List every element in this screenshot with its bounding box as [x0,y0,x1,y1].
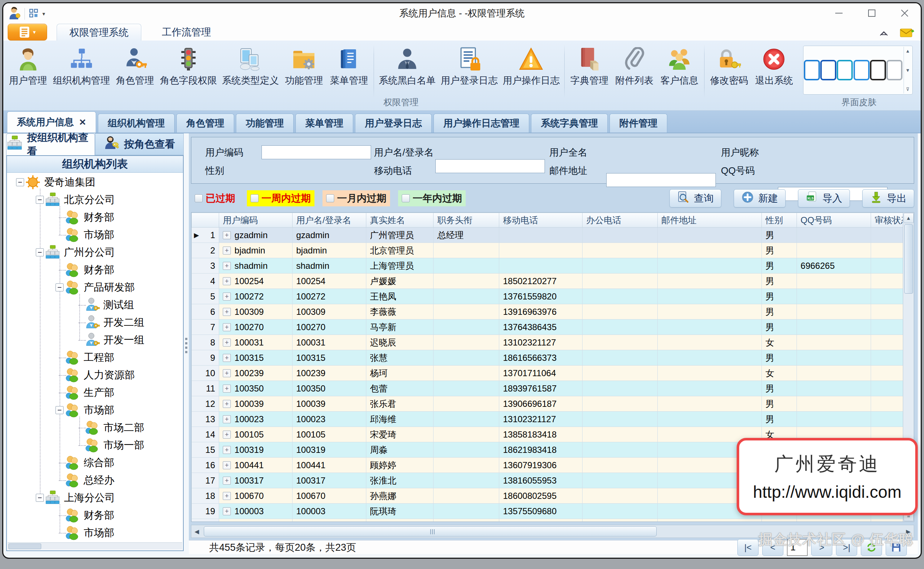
skin-swatch-steel[interactable] [854,60,869,81]
ribbon-item-paperclip[interactable]: 附件列表 [612,44,657,90]
table-row[interactable]: ▶1+gzadmingzadmin广州管理员总经理男 [192,228,914,243]
column-header[interactable]: 移动电话 [499,213,582,228]
skin-gallery[interactable]: ▲ ▼ ⊽ [803,46,913,94]
filter-1[interactable]: 已过期 [191,190,239,206]
scroll-left-icon[interactable]: ◀ [191,525,202,538]
tree-node[interactable]: 市场一部 [8,437,182,454]
tree-node[interactable]: 市场部 [8,524,182,542]
expand-row-icon[interactable]: + [223,231,231,239]
doc-tab-3[interactable]: 角色管理 [176,114,234,132]
checkbox-icon[interactable] [326,194,334,202]
last-page-button[interactable]: >| [836,539,857,556]
view-tab-by-org[interactable]: 按组织机构查看 [6,133,95,155]
gallery-dropdown-icon[interactable]: ⊽ [906,87,910,92]
tree-expander-icon[interactable] [16,178,24,186]
tree-hscroll-thumb[interactable] [8,543,41,549]
ribbon-item-doc-lock[interactable]: 用户登录日志 [438,44,500,90]
tree-node[interactable]: 开发一组 [8,331,182,349]
expand-row-icon[interactable]: + [223,492,231,500]
expand-row-icon[interactable]: + [223,262,231,270]
prev-page-button[interactable]: < [762,539,783,556]
expand-row-icon[interactable]: + [223,400,231,408]
table-row[interactable]: 9+100315100315张慧18616566373男 [192,350,914,365]
ribbon-item-red-x[interactable]: 退出系统 [752,44,796,90]
tree-expander-icon[interactable] [56,283,64,291]
expand-row-icon[interactable]: + [223,369,231,377]
refresh-button[interactable] [861,539,882,556]
tree-node[interactable]: 上海分公司 [8,489,182,507]
table-row[interactable]: 12+100039100039张乐君13906696187男 [192,396,914,412]
checkbox-icon[interactable] [251,194,258,202]
doc-tab-5[interactable]: 菜单管理 [295,114,353,132]
expand-row-icon[interactable]: + [223,461,231,469]
table-row[interactable]: 4+100254100254卢媛媛18502120277男 [192,274,914,289]
tree-node[interactable]: 财务部 [8,208,182,226]
tree-node[interactable]: 总经办 [8,472,182,489]
minimize-button[interactable] [827,6,851,21]
close-tab-icon[interactable]: ✕ [79,117,86,128]
mail-feedback-icon[interactable] [900,27,915,40]
expand-row-icon[interactable]: + [223,507,231,515]
expand-row-icon[interactable]: + [223,323,231,331]
ribbon-item-warning[interactable]: 用户操作日志 [500,44,562,90]
hscroll-thumb[interactable] [204,526,657,537]
filter-2[interactable]: 一周内过期 [247,190,315,206]
doc-tab-2[interactable]: 组织机构管理 [98,114,175,132]
ribbon-item-person-dark[interactable]: 系统黑白名单 [376,44,438,90]
tree-node[interactable]: 人力资源部 [8,366,182,384]
doc-tab-7[interactable]: 用户操作日志管理 [433,114,529,132]
ribbon-item-user-manage[interactable]: 用户管理 [6,44,50,90]
skin-swatch-blue[interactable] [804,60,820,81]
expand-row-icon[interactable]: + [223,292,231,301]
expand-row-icon[interactable]: + [223,277,231,285]
ribbon-item-book-red[interactable]: 字典管理 [567,44,612,90]
next-page-button[interactable]: > [811,539,832,556]
expand-row-icon[interactable]: + [223,415,231,423]
import-button[interactable]: XLS 导入 [798,189,850,207]
application-menu-button[interactable]: ▾ [8,24,47,41]
doc-tab-6[interactable]: 用户登录日志 [355,114,432,132]
table-row[interactable]: 11+100350100350包蕾18939761587男 [192,381,914,396]
skin-swatch-cyan[interactable] [837,60,853,81]
doc-tab-9[interactable]: 附件管理 [609,114,667,132]
search-input-row1-0[interactable] [261,145,371,159]
expand-row-icon[interactable]: + [223,308,231,316]
ribbon-item-role-key[interactable]: 角色管理 [112,44,157,90]
filter-4[interactable]: 一年内过期 [398,190,466,206]
expand-row-icon[interactable]: + [223,431,231,439]
doc-tab-4[interactable]: 功能管理 [236,114,293,132]
skin-swatch-black[interactable] [870,60,886,81]
ribbon-item-monitors[interactable]: 系统类型定义 [219,44,281,90]
table-row[interactable]: 20 [192,519,914,522]
expand-row-icon[interactable]: + [223,385,231,393]
ribbon-item-people-group[interactable]: 客户信息 [657,44,702,90]
table-row[interactable]: 7+100270100270马亭新13764386435男 [192,319,914,335]
table-row[interactable]: 8+100031100031迟晓辰13102321127女 [192,335,914,350]
doc-tab-1[interactable]: 系统用户信息✕ [7,111,96,132]
tree-node[interactable]: 财务部 [8,507,182,524]
tree-node[interactable]: 开发二组 [8,314,182,331]
column-header[interactable]: 邮件地址 [657,213,761,228]
table-row[interactable]: 13+100023100023邱海维13102321127男 [192,412,914,427]
tree-node[interactable]: 生产部 [8,384,182,402]
tree-node[interactable]: 市场部 [8,226,182,243]
skin-swatch-silver[interactable] [886,60,903,81]
column-header[interactable]: 用户编码 [219,213,293,228]
doc-tab-8[interactable]: 系统字典管理 [531,114,608,132]
column-header[interactable]: 用户名/登录名 [293,213,366,228]
tree-hscrollbar[interactable] [8,542,182,550]
column-header[interactable]: 真实姓名 [366,213,433,228]
splitter-handle[interactable] [184,133,189,554]
skin-swatch-navy[interactable] [820,60,836,81]
tree-node[interactable]: 产品研发部 [8,278,182,296]
ribbon-item-folder-gear[interactable]: 功能管理 [281,44,327,90]
tree-expander-icon[interactable] [36,248,44,256]
expand-row-icon[interactable]: + [223,446,231,454]
column-header[interactable] [192,213,219,228]
vscroll-thumb[interactable] [904,224,913,294]
skin-gallery-scrollbar[interactable]: ▲ ▼ ⊽ [904,47,912,93]
table-row[interactable]: 2+bjadminbjadmin北京管理员男 [192,243,914,258]
expand-row-icon[interactable]: + [223,476,231,485]
save-layout-button[interactable] [886,539,907,556]
tree-expander-icon[interactable] [36,196,44,204]
